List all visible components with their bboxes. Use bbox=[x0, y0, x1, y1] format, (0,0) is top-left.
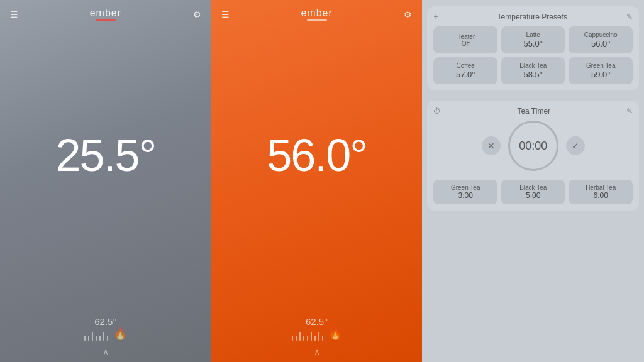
tea-green[interactable]: Green Tea 3:00 bbox=[433, 180, 497, 204]
preset-label-latte: Latte bbox=[526, 31, 540, 38]
preset-value-cappuccino: 56.0° bbox=[591, 39, 611, 48]
app-title-2: ember bbox=[301, 8, 332, 19]
presets-header: + Temperature Presets ✎ bbox=[433, 13, 633, 21]
main-temperature-1: 25.5° bbox=[55, 25, 155, 311]
panel-orange: ☰ ember ⚙ 56.0° 62.5° 🔥 ∧ bbox=[211, 0, 423, 362]
tick bbox=[314, 336, 316, 341]
tea-herbal[interactable]: Herbal Tea 6:00 bbox=[569, 180, 633, 204]
tea-green-label: Green Tea bbox=[436, 184, 495, 191]
tea-timer-section: ⏱ Tea Timer ✎ ✕ 00:00 ✓ Green Tea 3:00 B… bbox=[427, 101, 639, 211]
preset-label-heater: Heater bbox=[456, 33, 475, 40]
tea-timer-title: Tea Timer bbox=[441, 107, 626, 116]
tea-timer-body: ✕ 00:00 ✓ Green Tea 3:00 Black Tea 5:00 … bbox=[433, 121, 633, 204]
panel-ui: + Temperature Presets ✎ Heater Off Latte… bbox=[422, 0, 644, 362]
settings-icon-1[interactable]: ⚙ bbox=[193, 9, 201, 19]
preset-value-coffee: 57.0° bbox=[456, 70, 475, 79]
edit-timer-icon[interactable]: ✎ bbox=[626, 107, 633, 116]
tea-options-grid: Green Tea 3:00 Black Tea 5:00 Herbal Tea… bbox=[433, 180, 633, 204]
tick bbox=[107, 336, 108, 341]
presets-section: + Temperature Presets ✎ Heater Off Latte… bbox=[427, 6, 639, 90]
preset-value-green-tea: 59.0° bbox=[591, 70, 611, 79]
timer-confirm-button[interactable]: ✓ bbox=[566, 136, 585, 155]
tick bbox=[88, 336, 89, 341]
target-temp-2: 62.5° bbox=[306, 316, 328, 327]
bottom-bar-2: 62.5° 🔥 ∧ bbox=[211, 311, 423, 362]
preset-green-tea[interactable]: Green Tea 59.0° bbox=[569, 57, 633, 84]
preset-label-off: Off bbox=[462, 40, 470, 47]
ticks-row-1: 🔥 bbox=[84, 327, 127, 341]
preset-heater-off[interactable]: Heater Off bbox=[433, 26, 497, 53]
tea-timer-header: ⏱ Tea Timer ✎ bbox=[433, 107, 633, 116]
tea-green-time: 3:00 bbox=[436, 191, 495, 200]
tick bbox=[96, 336, 97, 341]
preset-label-cappuccino: Cappuccino bbox=[584, 31, 618, 38]
preset-label-green-tea: Green Tea bbox=[586, 62, 616, 69]
timer-time-value: 00:00 bbox=[519, 140, 547, 153]
menu-icon-1[interactable]: ☰ bbox=[10, 9, 18, 19]
tick bbox=[303, 336, 304, 341]
temperature-value-1: 25.5° bbox=[55, 133, 155, 178]
main-temperature-2: 56.0° bbox=[267, 25, 367, 311]
preset-value-latte: 55.0° bbox=[523, 39, 543, 48]
tick bbox=[84, 336, 86, 341]
flame-icon-1: 🔥 bbox=[113, 327, 127, 341]
timer-controls: ✕ 00:00 ✓ bbox=[482, 121, 585, 171]
tick bbox=[318, 332, 319, 341]
timer-cancel-button[interactable]: ✕ bbox=[482, 136, 501, 155]
tick bbox=[299, 332, 301, 341]
tea-herbal-time: 6:00 bbox=[571, 191, 630, 200]
tick bbox=[296, 336, 297, 341]
tea-herbal-label: Herbal Tea bbox=[571, 184, 630, 191]
temperature-value-2: 56.0° bbox=[267, 133, 367, 178]
tick bbox=[322, 336, 323, 341]
tick bbox=[92, 332, 93, 341]
settings-icon-2[interactable]: ⚙ bbox=[404, 9, 412, 19]
panel-gray: ☰ ember ⚙ 25.5° 62.5° 🔥 ∧ bbox=[0, 0, 211, 362]
tea-black-time: 5:00 bbox=[504, 191, 563, 200]
target-temp-1: 62.5° bbox=[94, 316, 116, 327]
tick bbox=[311, 332, 312, 341]
add-icon[interactable]: + bbox=[433, 13, 438, 21]
header-2: ☰ ember ⚙ bbox=[211, 0, 423, 25]
clock-icon: ⏱ bbox=[433, 107, 441, 116]
preset-cappuccino[interactable]: Cappuccino 56.0° bbox=[569, 26, 633, 53]
preset-value-black-tea: 58.5° bbox=[523, 70, 543, 79]
bottom-bar-1: 62.5° 🔥 ∧ bbox=[0, 311, 211, 362]
tick bbox=[292, 336, 293, 341]
title-underline-2 bbox=[307, 19, 327, 21]
tea-black-label: Black Tea bbox=[504, 184, 563, 191]
tea-black[interactable]: Black Tea 5:00 bbox=[501, 180, 565, 204]
preset-black-tea[interactable]: Black Tea 58.5° bbox=[501, 57, 565, 84]
tick bbox=[99, 336, 101, 341]
flame-icon-2: 🔥 bbox=[328, 327, 342, 341]
presets-grid: Heater Off Latte 55.0° Cappuccino 56.0° … bbox=[433, 26, 633, 84]
app-title-1: ember bbox=[90, 8, 121, 19]
preset-latte[interactable]: Latte 55.0° bbox=[501, 26, 565, 53]
preset-coffee[interactable]: Coffee 57.0° bbox=[433, 57, 497, 84]
chevron-up-1[interactable]: ∧ bbox=[103, 347, 109, 357]
timer-display: 00:00 bbox=[508, 121, 558, 171]
presets-title: Temperature Presets bbox=[438, 13, 626, 21]
preset-label-black-tea: Black Tea bbox=[519, 62, 547, 69]
tick bbox=[103, 332, 104, 341]
tick bbox=[307, 336, 308, 341]
preset-label-coffee: Coffee bbox=[457, 62, 475, 69]
header-1: ☰ ember ⚙ bbox=[0, 0, 211, 25]
chevron-up-2[interactable]: ∧ bbox=[314, 347, 320, 357]
edit-icon[interactable]: ✎ bbox=[626, 13, 633, 21]
menu-icon-2[interactable]: ☰ bbox=[221, 9, 230, 19]
ticks-row-2: 🔥 bbox=[292, 327, 342, 341]
title-underline-1 bbox=[96, 19, 116, 21]
